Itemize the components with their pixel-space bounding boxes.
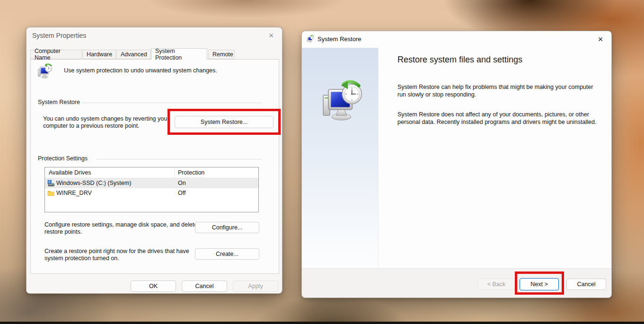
protection-status: Off: [178, 190, 185, 196]
cancel-button[interactable]: Cancel: [566, 279, 606, 290]
tab-system-protection[interactable]: System Protection: [151, 48, 207, 60]
column-divider: [174, 168, 175, 177]
dialog-title: System Restore: [318, 35, 361, 43]
configure-description: Configure restore settings, manage disk …: [44, 221, 202, 236]
close-icon[interactable]: ×: [594, 34, 607, 44]
tab-page-system-protection: [30, 59, 279, 274]
tab-hardware[interactable]: Hardware: [82, 50, 116, 59]
highlight-box-next: [515, 271, 564, 295]
system-restore-icon: [306, 35, 315, 44]
system-restore-description: You can undo system changes by reverting…: [43, 115, 170, 130]
wizard-sidebar: [302, 48, 379, 269]
group-divider: [97, 159, 262, 159]
ok-button[interactable]: OK: [131, 280, 176, 292]
table-row[interactable]: WINRE_DRV Off: [45, 188, 258, 198]
system-restore-icon-large: [319, 80, 365, 126]
wizard-heading: Restore system files and settings: [397, 55, 522, 65]
table-row[interactable]: Windows-SSD (C:) (System) On: [45, 178, 258, 188]
protection-status: On: [178, 180, 186, 186]
wizard-paragraph: System Restore does not affect any of yo…: [397, 111, 607, 126]
protection-settings-table: Available Drives Protection Windows-SSD …: [44, 167, 259, 212]
system-restore-icon: [36, 63, 53, 80]
create-description: Create a restore point right now for the…: [44, 248, 202, 263]
group-label-protection-settings: Protection Settings: [38, 155, 88, 162]
close-icon[interactable]: ×: [265, 30, 277, 41]
highlight-box-system-restore: [168, 109, 281, 135]
drive-name: Windows-SSD (C:) (System): [56, 180, 131, 186]
group-label-system-restore: System Restore: [38, 99, 80, 105]
tab-advanced[interactable]: Advanced: [116, 50, 151, 59]
dialog-title: System Properties: [32, 32, 86, 39]
titlebar[interactable]: System Restore ×: [302, 31, 611, 48]
tab-computer-name[interactable]: Computer Name: [30, 50, 82, 59]
group-divider: [82, 103, 262, 103]
system-properties-dialog: System Properties × Computer Name Hardwa…: [26, 27, 282, 294]
apply-button[interactable]: Apply: [233, 280, 278, 292]
back-button[interactable]: < Back: [477, 279, 515, 290]
intro-text: Use system protection to undo unwanted s…: [64, 67, 217, 74]
folder-icon: [47, 190, 54, 197]
column-protection: Protection: [178, 169, 204, 176]
column-available-drives: Available Drives: [49, 169, 91, 176]
create-button[interactable]: Create...: [195, 248, 259, 260]
drive-name: WINRE_DRV: [56, 190, 92, 196]
cancel-button[interactable]: Cancel: [182, 280, 227, 292]
wallpaper-dark-edge: [0, 322, 644, 324]
configure-button[interactable]: Configure...: [195, 222, 259, 233]
table-header: Available Drives Protection: [45, 167, 258, 178]
wizard-footer: [302, 268, 611, 298]
wizard-paragraph: System Restore can help fix problems tha…: [397, 83, 600, 99]
system-restore-wizard: System Restore × Restore system files an…: [301, 31, 612, 298]
system-drive-icon: [47, 180, 54, 187]
tab-remote[interactable]: Remote: [208, 50, 235, 59]
